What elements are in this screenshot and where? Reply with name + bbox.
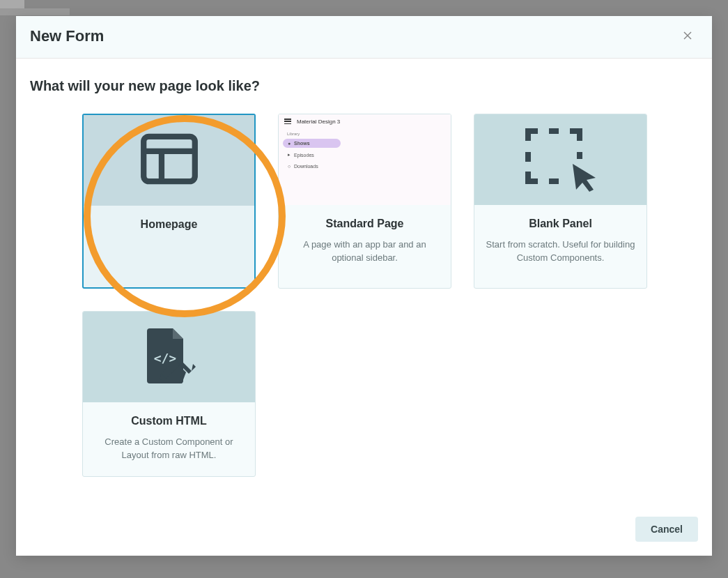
preview-sidebar-item: ○Downloads [283, 162, 341, 171]
cancel-button[interactable]: Cancel [635, 517, 698, 542]
blank-panel-selection-icon [522, 126, 599, 195]
body-title: What will your new page look like? [30, 78, 698, 94]
card-desc: A page with an app bar and an optional s… [287, 238, 442, 265]
standard-page-preview: Material Design 3 Library ●Shows ▸Episod… [279, 114, 451, 205]
template-card-blank-panel[interactable]: Blank Panel Start from scratch. Useful f… [474, 114, 647, 289]
custom-html-file-icon: </> [141, 326, 197, 388]
preview-sidebar-item: ▸Episodes [283, 150, 341, 160]
homepage-layout-icon [137, 127, 201, 194]
modal-title: New Form [30, 27, 104, 45]
preview-sidebar-label: Library [283, 131, 341, 137]
svg-rect-2 [144, 137, 195, 181]
card-content: Blank Panel Start from scratch. Useful f… [474, 205, 646, 287]
card-image: </> [83, 312, 255, 402]
card-content: Standard Page A page with an app bar and… [279, 205, 451, 287]
hamburger-icon [284, 119, 291, 124]
card-title: Blank Panel [483, 218, 638, 230]
new-form-modal: New Form What will your new page look li… [16, 16, 712, 556]
modal-header: New Form [16, 16, 712, 59]
card-desc: Create a Custom Component or Layout from… [91, 436, 247, 462]
preview-sidebar-item: ●Shows [283, 139, 341, 148]
card-image: Material Design 3 Library ●Shows ▸Episod… [279, 114, 451, 205]
preview-header-title: Material Design 3 [297, 119, 340, 125]
modal-footer: Cancel [16, 507, 712, 556]
template-card-custom-html[interactable]: </> Custom HTML Create a Cu [82, 311, 256, 477]
template-card-standard-page[interactable]: Material Design 3 Library ●Shows ▸Episod… [278, 114, 451, 289]
close-icon [683, 29, 692, 43]
card-title: Standard Page [287, 218, 442, 230]
card-title: Homepage [92, 218, 246, 231]
close-button[interactable] [677, 27, 698, 45]
modal-body: What will your new page look like? Home [16, 59, 712, 507]
card-content: Homepage [84, 206, 254, 287]
template-card-homepage[interactable]: Homepage [82, 114, 256, 289]
card-title: Custom HTML [91, 415, 247, 427]
card-image [84, 115, 254, 206]
card-content: Custom HTML Create a Custom Component or… [83, 402, 255, 476]
card-desc: Start from scratch. Useful for building … [483, 238, 638, 265]
template-cards-grid: Homepage Material Design 3 [30, 114, 698, 477]
card-image [474, 114, 646, 205]
